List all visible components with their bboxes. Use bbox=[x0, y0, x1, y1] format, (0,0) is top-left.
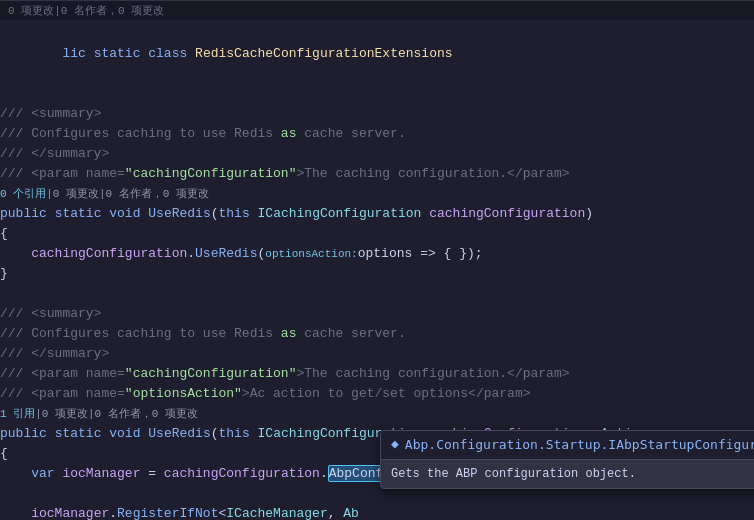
code-line: { bbox=[0, 224, 754, 244]
code-line-info: 0 个引用|0 项更改|0 名作者，0 项更改 bbox=[0, 184, 754, 204]
code-line-info: 1 引用|0 项更改|0 名作者，0 项更改 bbox=[0, 404, 754, 424]
tooltip-title: Abp.Configuration.Startup.IAbpStartupCon… bbox=[405, 435, 754, 455]
code-line: } bbox=[0, 264, 754, 284]
code-line: /// <param name="cachingConfiguration">T… bbox=[0, 164, 754, 184]
code-line: lic static class RedisCacheConfiguration… bbox=[0, 24, 754, 84]
code-line: /// </summary> bbox=[0, 344, 754, 364]
code-line bbox=[0, 284, 754, 304]
code-line: /// <summary> bbox=[0, 104, 754, 124]
changes-info: 0 项更改|0 名作者，0 项更改 bbox=[8, 3, 164, 18]
tooltip-container: ◆ Abp.Configuration.Startup.IAbpStartupC… bbox=[380, 430, 754, 489]
code-line: /// <param name="cachingConfiguration">T… bbox=[0, 364, 754, 384]
code-line: /// <summary> bbox=[0, 304, 754, 324]
code-line bbox=[0, 84, 754, 104]
code-line: /// Configures caching to use Redis as c… bbox=[0, 324, 754, 344]
tooltip-box: ◆ Abp.Configuration.Startup.IAbpStartupC… bbox=[380, 430, 754, 489]
code-area: lic static class RedisCacheConfiguration… bbox=[0, 20, 754, 520]
code-line: /// <param name="optionsAction">Ac actio… bbox=[0, 384, 754, 404]
tooltip-icon: ◆ bbox=[391, 435, 399, 455]
tooltip-header: ◆ Abp.Configuration.Startup.IAbpStartupC… bbox=[381, 431, 754, 460]
code-line: public static void UseRedis(this ICachin… bbox=[0, 204, 754, 224]
code-line: cachingConfiguration.UseRedis(optionsAct… bbox=[0, 244, 754, 264]
editor-container: 0 项更改|0 名作者，0 项更改 lic static class Redis… bbox=[0, 0, 754, 520]
code-line: /// Configures caching to use Redis as c… bbox=[0, 124, 754, 144]
code-line: iocManager.RegisterIfNot<ICacheManager, … bbox=[0, 504, 754, 520]
top-info-bar: 0 项更改|0 名作者，0 项更改 bbox=[0, 0, 754, 20]
code-line: /// </summary> bbox=[0, 144, 754, 164]
tooltip-body: Gets the ABP configuration object. bbox=[381, 460, 754, 488]
